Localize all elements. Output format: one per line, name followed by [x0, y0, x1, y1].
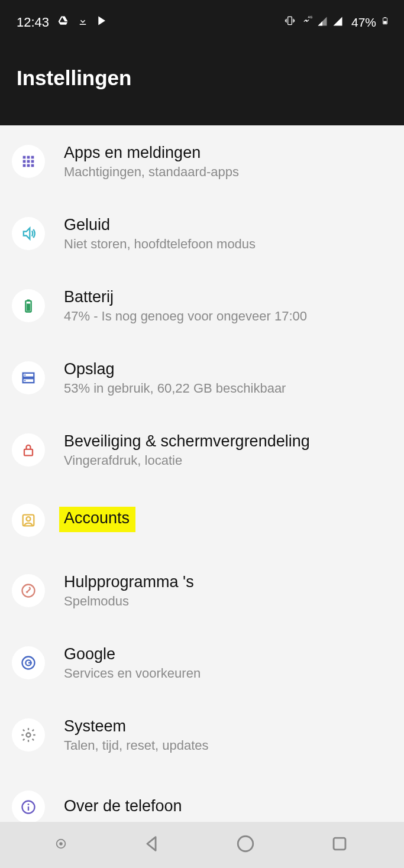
svg-point-23	[27, 517, 31, 521]
gear-icon	[12, 718, 45, 752]
item-subtitle: 47% - Is nog genoeg voor ongeveer 17:00	[64, 309, 392, 324]
status-bar: 12:43 4G+ 47%	[0, 0, 404, 35]
status-time: 12:43	[17, 15, 49, 30]
svg-point-20	[24, 380, 25, 381]
svg-text:4G+: 4G+	[308, 15, 312, 18]
download-icon	[77, 15, 88, 30]
sound-icon	[12, 217, 45, 250]
svg-rect-12	[27, 164, 30, 167]
item-subtitle: Talen, tijd, reset, updates	[64, 738, 392, 753]
svg-rect-13	[31, 164, 34, 167]
settings-item-storage[interactable]: Opslag 53% in gebruik, 60,22 GB beschikb…	[0, 342, 404, 414]
lock-icon	[12, 433, 45, 467]
settings-item-system[interactable]: Systeem Talen, tijd, reset, updates	[0, 699, 404, 771]
item-title: Systeem	[64, 717, 392, 736]
data-icon: 4G+	[300, 15, 312, 30]
svg-rect-16	[27, 304, 30, 311]
svg-rect-3	[384, 17, 386, 18]
item-subtitle: Niet storen, hoofdtelefoon modus	[64, 237, 392, 252]
signal-icon-2	[332, 15, 343, 30]
svg-rect-10	[31, 160, 34, 163]
item-title: Geluid	[64, 216, 392, 234]
item-subtitle: Spelmodus	[64, 594, 392, 609]
signal-icon-1	[317, 15, 328, 30]
settings-item-apps[interactable]: Apps en meldingen Machtigingen, standaar…	[0, 125, 404, 197]
settings-item-security[interactable]: Beveiliging & schermvergrendeling Vinger…	[0, 414, 404, 486]
nav-recent-button[interactable]	[329, 834, 350, 856]
settings-item-accounts[interactable]: Accounts	[0, 486, 404, 555]
utilities-icon	[12, 574, 45, 607]
battery-icon	[12, 289, 45, 322]
item-title: Apps en meldingen	[64, 144, 392, 162]
item-title: Batterij	[64, 288, 392, 306]
person-icon	[12, 504, 45, 537]
app-header: 12:43 4G+ 47%	[0, 0, 404, 125]
storage-icon	[12, 361, 45, 394]
svg-rect-33	[334, 838, 345, 850]
nav-submenu-button[interactable]	[54, 837, 67, 853]
svg-point-28	[28, 804, 30, 805]
svg-rect-5	[23, 156, 26, 159]
settings-item-google[interactable]: Google Services en voorkeuren	[0, 627, 404, 699]
svg-point-26	[27, 733, 31, 737]
play-store-icon	[96, 15, 108, 30]
svg-rect-0	[288, 17, 292, 24]
vibrate-icon	[284, 15, 296, 30]
svg-rect-15	[27, 300, 30, 301]
settings-list: Apps en meldingen Machtigingen, standaar…	[0, 125, 404, 843]
svg-point-32	[238, 836, 253, 851]
nav-home-button[interactable]	[235, 834, 256, 856]
item-title: Opslag	[64, 360, 392, 378]
svg-rect-4	[383, 21, 386, 23]
svg-rect-29	[28, 807, 29, 811]
battery-icon	[381, 14, 389, 31]
svg-point-19	[24, 374, 25, 375]
info-icon	[12, 791, 45, 824]
item-title: Over de telefoon	[64, 797, 392, 815]
item-title: Accounts	[64, 507, 392, 532]
battery-percent: 47%	[351, 15, 376, 30]
svg-rect-7	[31, 156, 34, 159]
settings-item-sound[interactable]: Geluid Niet storen, hoofdtelefoon modus	[0, 197, 404, 270]
svg-rect-11	[23, 164, 26, 167]
item-subtitle: 53% in gebruik, 60,22 GB beschikbaar	[64, 381, 392, 396]
item-title: Beveiliging & schermvergrendeling	[64, 432, 392, 451]
item-title: Google	[64, 645, 392, 663]
svg-rect-8	[23, 160, 26, 163]
item-subtitle: Vingerafdruk, locatie	[64, 453, 392, 468]
navigation-bar	[0, 822, 404, 868]
settings-item-battery[interactable]: Batterij 47% - Is nog genoeg voor ongeve…	[0, 270, 404, 342]
page-title: Instellingen	[0, 35, 404, 90]
item-title: Hulpprogramma 's	[64, 573, 392, 591]
svg-rect-6	[27, 156, 30, 159]
item-subtitle: Services en voorkeuren	[64, 666, 392, 681]
svg-rect-21	[24, 449, 33, 456]
item-subtitle: Machtigingen, standaard-apps	[64, 164, 392, 180]
settings-item-utilities[interactable]: Hulpprogramma 's Spelmodus	[0, 555, 404, 627]
apps-icon	[12, 145, 45, 178]
drive-icon	[57, 15, 69, 30]
nav-back-button[interactable]	[141, 834, 161, 856]
svg-rect-9	[27, 160, 30, 163]
svg-point-31	[60, 843, 63, 845]
google-icon	[12, 646, 45, 679]
